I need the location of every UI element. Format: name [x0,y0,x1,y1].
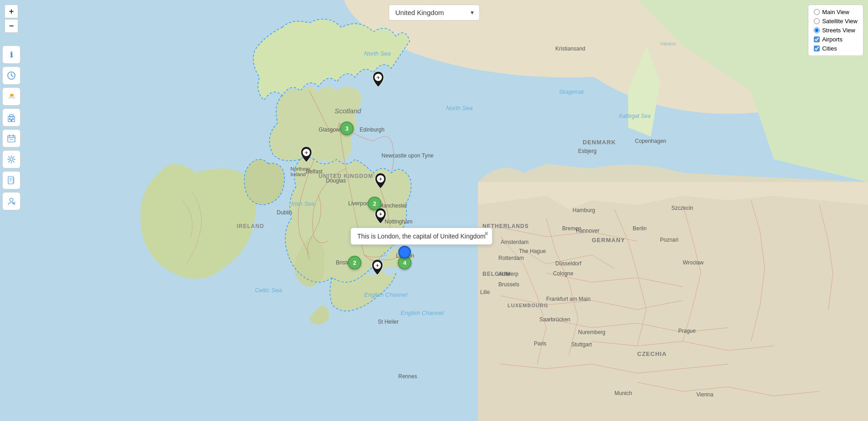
weather-button[interactable] [2,87,20,106]
streets-view-label: Streets View [822,27,855,34]
settings-button[interactable] [2,150,20,168]
streets-view-radio[interactable] [814,27,820,33]
svg-rect-19 [9,118,10,120]
airports-label: Airports [822,36,843,43]
svg-rect-34 [13,177,15,183]
map-svg [0,0,868,421]
svg-point-28 [12,139,13,140]
building-button[interactable] [2,108,20,127]
tooltip-text: This is London, the capital of United Ki… [357,233,486,240]
map-container[interactable]: North Sea North Sea Celtic Sea Irish Sea… [0,0,868,421]
svg-point-26 [10,139,10,140]
satellite-view-radio[interactable] [814,18,820,24]
zoom-out-button[interactable]: − [5,19,18,33]
airports-checkbox[interactable] [814,36,820,42]
svg-text:✈: ✈ [379,212,382,217]
svg-point-27 [11,139,12,140]
svg-point-29 [10,158,13,161]
airport-marker-1[interactable]: ✈ [371,71,386,90]
cities-checkbox-item[interactable]: Cities [814,45,858,52]
svg-rect-30 [8,177,13,184]
cluster-manchester[interactable]: 2 [368,197,381,210]
sidebar: ℹ [2,46,20,210]
satellite-view-label: Satellite View [822,18,858,25]
main-view-radio[interactable] [814,9,820,15]
person-button[interactable] [2,192,20,210]
main-view-option[interactable]: Main View [814,9,858,15]
book-button[interactable] [2,171,20,189]
svg-point-36 [12,201,15,205]
cities-label: Cities [822,45,837,52]
view-controls-panel: Main View Satellite View Streets View Ai… [808,5,863,56]
airport-marker-2[interactable]: ✈ [299,146,314,165]
svg-line-15 [11,76,13,76]
zoom-controls: + − [5,5,18,33]
airport-marker-5[interactable]: ✈ [370,259,385,278]
london-city-marker[interactable] [398,246,411,259]
streets-view-option[interactable]: Streets View [814,27,858,34]
country-dropdown-container: United Kingdom France Germany Spain Ital… [389,5,480,20]
svg-text:✈: ✈ [379,177,382,182]
cluster-bristol[interactable]: 2 [348,256,361,269]
zoom-in-button[interactable]: + [5,5,18,18]
main-view-label: Main View [822,9,849,15]
cluster-edinburgh[interactable]: 3 [340,122,354,135]
tooltip-close-button[interactable]: × [485,230,488,237]
tooltip: × This is London, the capital of United … [350,228,492,245]
svg-text:✈: ✈ [305,150,308,155]
country-select[interactable]: United Kingdom France Germany Spain Ital… [389,5,480,20]
svg-rect-20 [12,118,14,120]
svg-text:✈: ✈ [376,263,379,268]
airport-marker-3[interactable]: ✈ [373,172,388,191]
airports-checkbox-item[interactable]: Airports [814,36,858,43]
calendar-button[interactable] [2,129,20,147]
info-button[interactable]: ℹ [2,46,20,64]
svg-text:✈: ✈ [376,75,380,80]
cities-checkbox[interactable] [814,46,820,51]
clock-button[interactable] [2,66,20,85]
svg-rect-21 [11,119,12,122]
svg-point-35 [10,198,13,202]
satellite-view-option[interactable]: Satellite View [814,18,858,25]
